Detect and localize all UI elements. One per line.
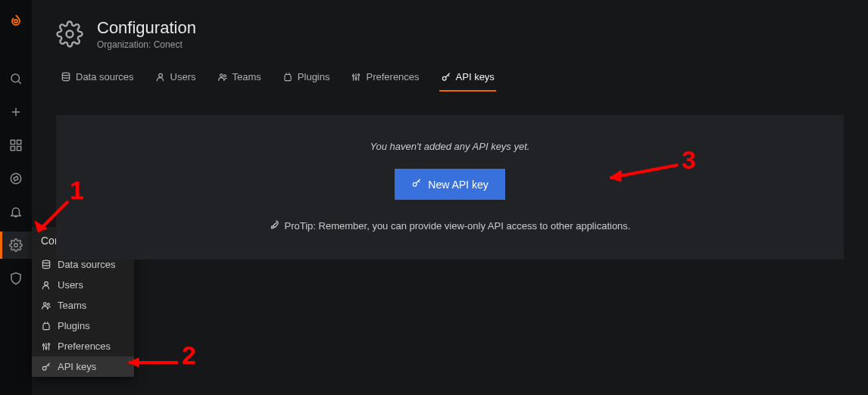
- flyout-item-label: Teams: [58, 300, 86, 311]
- empty-message: You haven't added any API keys yet.: [71, 141, 829, 152]
- svg-point-12: [42, 260, 49, 263]
- button-label: New API key: [428, 179, 488, 191]
- dashboards-icon[interactable]: [0, 132, 32, 159]
- page-title: Configuration: [97, 18, 196, 38]
- svg-point-13: [45, 281, 48, 285]
- tab-label: Plugins: [298, 71, 330, 82]
- tabs: Data sources Users Teams Plugins Prefere…: [56, 65, 844, 92]
- tab-data-sources[interactable]: Data sources: [59, 65, 136, 92]
- svg-marker-41: [610, 170, 621, 182]
- tab-preferences[interactable]: Preferences: [349, 65, 420, 92]
- svg-marker-39: [129, 358, 139, 367]
- svg-rect-8: [17, 147, 21, 151]
- svg-point-27: [223, 74, 226, 76]
- grafana-logo-icon[interactable]: [0, 8, 32, 38]
- svg-point-15: [47, 303, 49, 305]
- svg-rect-5: [11, 140, 14, 144]
- annotation-arrow-1: [29, 195, 74, 241]
- svg-rect-6: [17, 140, 21, 144]
- svg-point-20: [45, 347, 47, 348]
- svg-point-31: [353, 75, 354, 76]
- flyout-item-label: Preferences: [58, 341, 111, 352]
- rocket-icon: [270, 219, 280, 232]
- svg-point-23: [67, 31, 73, 38]
- plus-icon[interactable]: [0, 98, 32, 126]
- tab-plugins[interactable]: Plugins: [281, 65, 332, 92]
- server-admin-icon[interactable]: [0, 265, 32, 292]
- svg-point-34: [442, 76, 446, 80]
- svg-point-35: [414, 182, 417, 186]
- key-icon: [411, 178, 422, 191]
- svg-marker-10: [14, 176, 18, 181]
- svg-point-9: [11, 173, 21, 184]
- flyout-item-label: API keys: [58, 361, 96, 372]
- tab-label: Teams: [233, 71, 261, 82]
- tab-api-keys[interactable]: API keys: [439, 65, 496, 92]
- tab-teams[interactable]: Teams: [216, 65, 263, 92]
- annotation-number-3: 3: [682, 145, 696, 175]
- svg-point-11: [14, 244, 18, 247]
- flyout-item-users[interactable]: Users: [32, 275, 134, 295]
- tab-users[interactable]: Users: [154, 65, 198, 92]
- flyout-item-label: Data sources: [58, 259, 116, 270]
- svg-rect-7: [11, 147, 14, 151]
- main-content: Configuration Organization: Conect Data …: [32, 0, 868, 260]
- tab-label: Data sources: [76, 71, 134, 82]
- gear-icon: [56, 20, 83, 48]
- svg-point-26: [220, 73, 223, 76]
- explore-icon[interactable]: [0, 165, 32, 192]
- flyout-item-label: Users: [58, 279, 83, 291]
- flyout-item-label: Plugins: [58, 320, 90, 331]
- svg-point-33: [358, 73, 360, 75]
- svg-point-21: [48, 343, 49, 344]
- svg-point-1: [11, 74, 20, 82]
- alerting-icon[interactable]: [0, 198, 32, 225]
- tab-label: Users: [170, 71, 196, 82]
- svg-point-24: [62, 73, 69, 76]
- annotation-number-2: 2: [182, 341, 196, 370]
- protip: ProTip: Remember, you can provide view-o…: [71, 219, 829, 232]
- tab-label: API keys: [456, 71, 495, 82]
- sidebar: [0, 0, 32, 395]
- svg-point-25: [158, 73, 162, 77]
- svg-line-2: [18, 81, 20, 83]
- search-icon[interactable]: [0, 65, 32, 92]
- annotation-arrow-3: [598, 159, 682, 185]
- protip-text: ProTip: Remember, you can provide view-o…: [285, 220, 631, 232]
- svg-point-14: [44, 302, 47, 305]
- tab-label: Preferences: [366, 71, 419, 82]
- page-header: Configuration Organization: Conect: [56, 18, 844, 50]
- svg-point-19: [42, 344, 44, 346]
- new-api-key-button[interactable]: New API key: [395, 169, 504, 200]
- flyout-item-teams[interactable]: Teams: [32, 295, 134, 316]
- empty-state-panel: You haven't added any API keys yet. New …: [56, 115, 844, 260]
- annotation-arrow-2: [117, 351, 182, 374]
- svg-point-0: [14, 20, 17, 23]
- svg-point-22: [42, 366, 46, 370]
- flyout-item-plugins[interactable]: Plugins: [32, 316, 134, 336]
- configuration-icon[interactable]: [0, 232, 32, 259]
- page-subtitle: Organization: Conect: [97, 39, 196, 50]
- svg-point-32: [355, 77, 357, 79]
